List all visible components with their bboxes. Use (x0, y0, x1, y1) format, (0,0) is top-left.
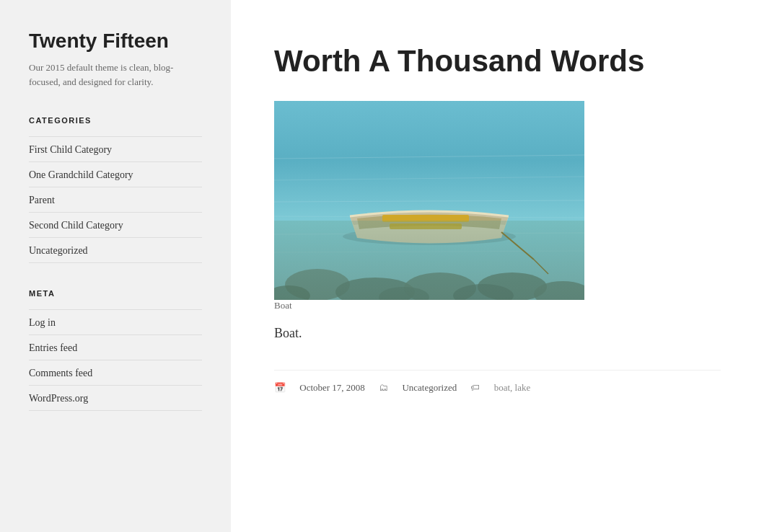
svg-point-7 (285, 269, 350, 300)
post-footer: 📅 October 17, 2008 🗂 Uncategorized 🏷 boa… (274, 370, 721, 394)
svg-rect-17 (390, 223, 462, 229)
meta-link-entries-feed[interactable]: Entries feed (29, 342, 77, 353)
category-link-uncategorized[interactable]: Uncategorized (29, 245, 88, 256)
list-item: First Child Category (29, 136, 202, 161)
svg-point-10 (478, 272, 547, 300)
folder-icon: 🗂 (379, 382, 388, 393)
post-category-wrap: 🗂 Uncategorized (379, 382, 459, 393)
meta-widget: META Log in Entries feed Comments feed W… (29, 289, 202, 411)
list-item: Second Child Category (29, 212, 202, 237)
post-content: Boat. (274, 326, 721, 341)
meta-list: Log in Entries feed Comments feed WordPr… (29, 309, 202, 411)
svg-line-18 (501, 232, 534, 260)
svg-rect-16 (382, 215, 469, 222)
post-date-wrap: 📅 October 17, 2008 (274, 382, 367, 393)
image-caption: Boat (274, 300, 721, 311)
svg-point-13 (379, 287, 429, 300)
post-tags: boat, lake (494, 382, 531, 393)
site-info: Twenty Fifteen Our 2015 default theme is… (29, 29, 202, 90)
post-title: Worth A Thousand Words (274, 43, 721, 79)
category-link-one-grandchild[interactable]: One Grandchild Category (29, 169, 133, 180)
svg-line-6 (274, 251, 584, 252)
list-item: Entries feed (29, 334, 202, 360)
post-image-wrap: Boat (274, 101, 721, 311)
categories-list: First Child Category One Grandchild Cate… (29, 136, 202, 263)
list-item: Log in (29, 309, 202, 334)
categories-title: CATEGORIES (29, 116, 202, 125)
meta-link-wordpress[interactable]: WordPress.org (29, 393, 88, 404)
sidebar: Twenty Fifteen Our 2015 default theme is… (0, 0, 231, 532)
svg-point-15 (343, 228, 516, 245)
svg-point-12 (274, 285, 310, 300)
category-link-parent[interactable]: Parent (29, 195, 55, 205)
list-item: Comments feed (29, 360, 202, 385)
svg-point-14 (453, 284, 514, 300)
list-item: Uncategorized (29, 237, 202, 263)
list-item: WordPress.org (29, 385, 202, 411)
svg-point-11 (534, 281, 584, 300)
site-description: Our 2015 default theme is clean, blog-fo… (29, 61, 202, 91)
post-category-link[interactable]: Uncategorized (402, 382, 457, 393)
meta-link-login[interactable]: Log in (29, 317, 56, 328)
post-tags-wrap: 🏷 boat, lake (470, 382, 542, 393)
post-image (274, 101, 584, 300)
main-content: Worth A Thousand Words (231, 0, 764, 532)
list-item: Parent (29, 187, 202, 212)
meta-title: META (29, 289, 202, 298)
svg-line-5 (274, 233, 584, 234)
svg-point-8 (335, 278, 415, 300)
category-link-first-child[interactable]: First Child Category (29, 144, 112, 155)
category-link-second-child[interactable]: Second Child Category (29, 220, 123, 231)
calendar-icon: 📅 (274, 382, 286, 393)
post-date-link[interactable]: October 17, 2008 (299, 382, 365, 393)
tag-icon: 🏷 (470, 382, 480, 393)
list-item: One Grandchild Category (29, 161, 202, 187)
categories-widget: CATEGORIES First Child Category One Gran… (29, 116, 202, 263)
meta-link-comments-feed[interactable]: Comments feed (29, 368, 92, 378)
svg-line-19 (534, 260, 548, 274)
boat-scene-svg (274, 101, 584, 300)
svg-point-9 (404, 272, 476, 300)
site-title[interactable]: Twenty Fifteen (29, 29, 202, 53)
